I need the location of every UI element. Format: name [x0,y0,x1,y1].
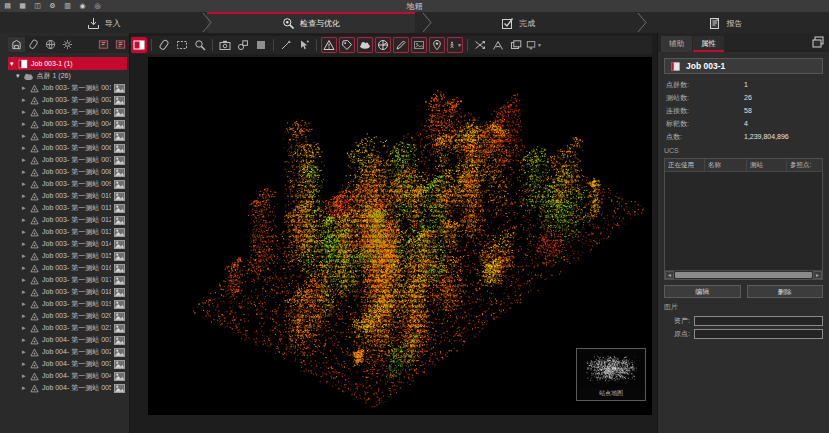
expand-arrow-icon[interactable]: ▸ [22,120,27,128]
expand-arrow-icon[interactable]: ▸ [22,96,27,104]
expand-arrow-icon[interactable]: ▸ [22,240,27,248]
expand-arrow-icon[interactable]: ▸ [22,144,27,152]
structure-tab-icon[interactable] [8,37,25,52]
tree-root-row[interactable]: ▾ Job 003-1 (1) [8,57,127,70]
picture-icon[interactable] [114,108,125,117]
tree-station-row[interactable]: ▸ Job 003- 第一测站 016 (4) [8,262,127,274]
tree-station-row[interactable]: ▸ Job 004- 第一测站 003 (4) [8,358,127,370]
expand-arrow-icon[interactable]: ▸ [22,168,27,176]
3d-viewport[interactable]: 站点地图 [148,57,652,415]
tree-station-row[interactable]: ▸ Job 003- 第一测站 017 (3) [8,274,127,286]
expand-arrow-icon[interactable]: ▸ [22,84,27,92]
expand-arrow-icon[interactable]: ▸ [22,108,27,116]
picture-icon[interactable] [114,156,125,165]
picture-icon[interactable] [114,168,125,177]
split-icon[interactable] [472,37,488,53]
tree-station-row[interactable]: ▸ Job 003- 第一测站 020 (5) [8,310,127,322]
picture-icon[interactable] [114,204,125,213]
picture-icon[interactable] [114,264,125,273]
tree-station-row[interactable]: ▸ Job 003- 第一测站 012 (5) [8,214,127,226]
tree-station-row[interactable]: ▸ Job 003- 第一测站 015 (4) [8,250,127,262]
expand-arrow-icon[interactable]: ▸ [22,372,27,380]
expand-arrow-icon[interactable]: ▸ [22,336,27,344]
tree-station-row[interactable]: ▸ Job 004- 第一测站 004 (7) [8,370,127,382]
tree-station-row[interactable]: ▸ Job 004- 第一测站 001 (3) [8,334,127,346]
ucs-table-body[interactable] [665,172,822,270]
tab-auxiliary[interactable]: 辅助 [661,36,692,52]
pin-icon[interactable] [429,37,445,53]
settings-tab-icon[interactable] [59,37,76,52]
picture-icon[interactable] [114,96,125,105]
tree-station-row[interactable]: ▸ Job 003- 第一测站 021 (9) [8,322,127,334]
expand-arrow-icon[interactable]: ▸ [22,324,27,332]
tree-station-row[interactable]: ▸ Job 003- 第一测站 002 (5) [8,94,127,106]
tree-station-row[interactable]: ▸ Job 003- 第一测站 008 (2) [8,166,127,178]
expand-arrow-icon[interactable]: ▸ [22,192,27,200]
expand-arrow-icon[interactable]: ▸ [22,252,27,260]
picture-icon[interactable] [114,84,125,93]
picture-icon[interactable] [114,288,125,297]
filter-toggle-a-icon[interactable] [95,37,112,52]
tree-station-row[interactable]: ▸ Job 004- 第一测站 005 (6) [8,382,127,394]
tree-station-row[interactable]: ▸ Job 003- 第一测站 010 (3) [8,190,127,202]
tag-icon[interactable] [339,37,355,53]
picture-icon[interactable] [114,180,125,189]
picture-icon[interactable] [114,132,125,141]
scroll-left-icon[interactable]: ◄ [665,271,674,279]
tree-station-row[interactable]: ▸ Job 003- 第一测站 001 (6) [8,82,127,94]
expand-arrow-icon[interactable]: ▸ [22,276,27,284]
panel-toggle-icon[interactable] [131,37,147,53]
expand-arrow-icon[interactable]: ▸ [22,360,27,368]
shapes-icon[interactable] [235,37,251,53]
pick-point-icon[interactable] [296,37,312,53]
expand-arrow-icon[interactable]: ▸ [22,156,27,164]
tree-group-row[interactable]: ▾ 点群 1 (26) [8,70,127,82]
expand-arrow-icon[interactable]: ▾ [16,72,20,80]
expand-arrow-icon[interactable]: ▸ [22,312,27,320]
cube-icon[interactable] [253,37,269,53]
expand-arrow-icon[interactable]: ▸ [22,180,27,188]
display-mode-icon[interactable]: ▼ [526,37,542,53]
tree-station-row[interactable]: ▸ Job 003- 第一测站 006 (4) [8,142,127,154]
expand-arrow-icon[interactable]: ▸ [22,228,27,236]
tree-station-row[interactable]: ▸ Job 003- 第一测站 009 (3) [8,178,127,190]
sphere-icon[interactable] [375,37,391,53]
selection-box-icon[interactable] [174,37,190,53]
tree-station-row[interactable]: ▸ Job 003- 第一测站 004 (5) [8,118,127,130]
step-import[interactable]: 导入 [0,12,207,33]
tree-station-row[interactable]: ▸ Job 003- 第一测站 018 (4) [8,286,127,298]
picture-icon[interactable] [114,228,125,237]
tree-station-row[interactable]: ▸ Job 003- 第一测站 013 (4) [8,226,127,238]
asset-input[interactable] [694,316,823,326]
picture-icon[interactable] [114,120,125,129]
delete-button[interactable]: 删除 [747,285,824,298]
site-minimap[interactable]: 站点地图 [576,348,646,401]
cloud-icon[interactable] [357,37,373,53]
expand-arrow-icon[interactable]: ▸ [22,384,27,392]
edit-button[interactable]: 编辑 [664,285,741,298]
step-report[interactable]: 报告 [622,12,829,33]
pencil-icon[interactable] [393,37,409,53]
snapshot-icon[interactable] [508,37,524,53]
picture-icon[interactable] [114,144,125,153]
expand-arrow-icon[interactable]: ▸ [22,132,27,140]
tree-station-row[interactable]: ▸ Job 003- 第一测站 005 (7) [8,130,127,142]
picture-icon[interactable] [114,240,125,249]
picture-icon[interactable] [114,348,125,357]
filter-toggle-b-icon[interactable] [112,37,129,52]
picture-icon[interactable] [114,276,125,285]
expand-arrow-icon[interactable]: ▸ [22,348,27,356]
picture-icon[interactable] [114,216,125,225]
picture-icon[interactable] [114,324,125,333]
tree-station-row[interactable]: ▸ Job 003- 第一测站 007 (5) [8,154,127,166]
warning-icon[interactable] [321,37,337,53]
expand-arrow-icon[interactable]: ▸ [22,300,27,308]
globe-tab-icon[interactable] [42,37,59,52]
camera-icon[interactable] [217,37,233,53]
image-icon[interactable] [411,37,427,53]
ucs-horizontal-scrollbar[interactable]: ◄ ► [665,270,822,279]
draw-line-icon[interactable] [278,37,294,53]
tree-station-row[interactable]: ▸ Job 003- 第一测站 003 (4) [8,106,127,118]
link-icon[interactable] [156,37,172,53]
picture-icon[interactable] [114,252,125,261]
